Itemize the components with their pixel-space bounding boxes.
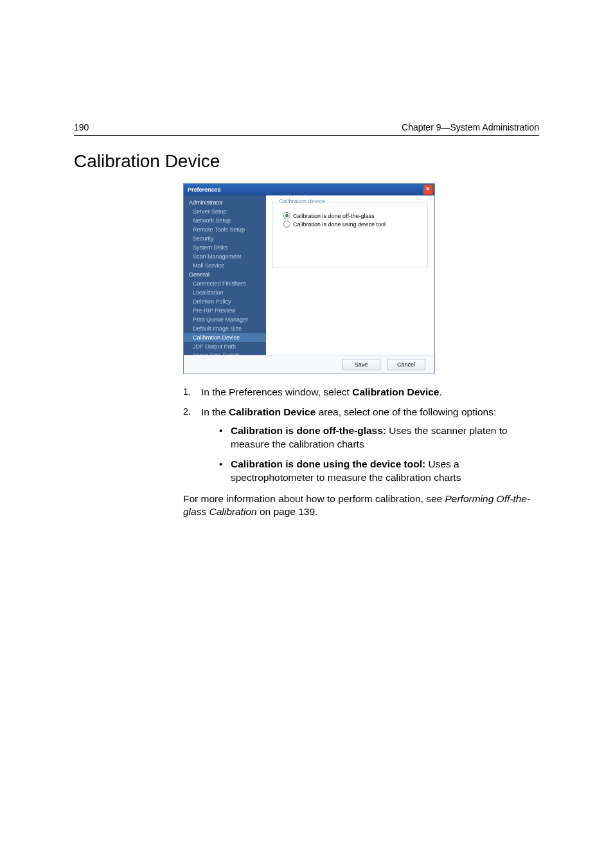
- sidebar-item-localization[interactable]: Localization: [184, 288, 266, 297]
- cancel-button[interactable]: Cancel: [387, 359, 425, 370]
- sidebar-item-system-disks[interactable]: System Disks: [184, 243, 266, 252]
- sidebar-item-scan-management[interactable]: Scan Management: [184, 252, 266, 261]
- radio-device-tool[interactable]: Calibration is done using device tool: [280, 221, 421, 228]
- chapter-label: Chapter 9—System Administration: [402, 122, 539, 132]
- step-list: In the Preferences window, select Calibr…: [183, 386, 539, 485]
- preferences-footer: Save Cancel: [184, 355, 434, 374]
- preferences-screenshot: Preferences × Administrator Server Setup…: [183, 183, 539, 374]
- option-off-the-glass: Calibration is done off-the-glass: Uses …: [219, 424, 539, 451]
- sidebar-item-mail-service[interactable]: Mail Service: [184, 261, 266, 270]
- save-button[interactable]: Save: [342, 359, 380, 370]
- sidebar-item-jdf-output-path[interactable]: JDF Output Path: [184, 342, 266, 351]
- radio-off-the-glass[interactable]: Calibration is done off-the-glass: [280, 212, 421, 219]
- window-title: Preferences: [188, 184, 221, 195]
- sidebar-group-general: General: [184, 270, 266, 279]
- sidebar-item-calibration-device[interactable]: Calibration Device: [184, 333, 266, 342]
- step-1: In the Preferences window, select Calibr…: [183, 386, 539, 399]
- preferences-sidebar: Administrator Server Setup Network Setup…: [184, 195, 266, 355]
- radio-icon[interactable]: [283, 221, 290, 228]
- radio-label: Calibration is done off-the-glass: [293, 213, 374, 219]
- group-title: Calibration device: [277, 198, 327, 204]
- sidebar-item-server-setup[interactable]: Server Setup: [184, 207, 266, 216]
- option-list: Calibration is done off-the-glass: Uses …: [201, 424, 539, 485]
- preferences-main-panel: Calibration device Calibration is done o…: [266, 195, 434, 355]
- sidebar-item-default-image-size[interactable]: Default Image Size: [184, 324, 266, 333]
- sidebar-item-network-setup[interactable]: Network Setup: [184, 216, 266, 225]
- close-icon[interactable]: ×: [423, 185, 433, 195]
- window-titlebar: Preferences ×: [184, 184, 434, 195]
- closing-paragraph: For more information about how to perfor…: [183, 493, 539, 520]
- sidebar-item-remote-tools-setup[interactable]: Remote Tools Setup: [184, 225, 266, 234]
- sidebar-group-administrator: Administrator: [184, 198, 266, 207]
- sidebar-item-connected-finishers[interactable]: Connected Finishers: [184, 279, 266, 288]
- step-2: In the Calibration Device area, select o…: [183, 406, 539, 485]
- section-title: Calibration Device: [74, 151, 539, 172]
- sidebar-item-deletion-policy[interactable]: Deletion Policy: [184, 297, 266, 306]
- radio-icon[interactable]: [283, 212, 290, 219]
- sidebar-item-paper-size-switch[interactable]: Paper Size Switch: [184, 351, 266, 355]
- page-number: 190: [74, 122, 89, 132]
- calibration-device-group: Calibration device Calibration is done o…: [272, 202, 428, 268]
- running-header: 190 Chapter 9—System Administration: [74, 122, 539, 136]
- sidebar-item-pre-rip-preview[interactable]: Pre-RIP Preview: [184, 306, 266, 315]
- sidebar-item-security[interactable]: Security: [184, 234, 266, 243]
- radio-label: Calibration is done using device tool: [293, 221, 386, 228]
- option-device-tool: Calibration is done using the device too…: [219, 458, 539, 485]
- sidebar-item-print-queue-manager[interactable]: Print Queue Manager: [184, 315, 266, 324]
- preferences-window: Preferences × Administrator Server Setup…: [183, 183, 435, 374]
- body-text: In the Preferences window, select Calibr…: [183, 386, 539, 519]
